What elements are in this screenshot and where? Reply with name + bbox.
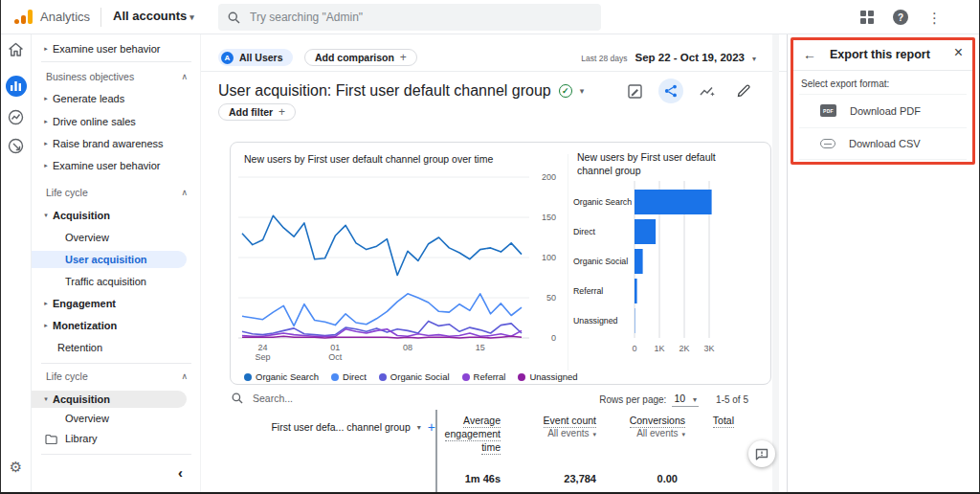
legend-item[interactable]: Organic Social [379, 371, 450, 382]
line-chart-title: New users by First user default channel … [244, 153, 560, 167]
apps-grid-icon[interactable] [860, 11, 874, 24]
legend-dot-icon [518, 373, 525, 381]
close-icon[interactable]: × [954, 44, 963, 61]
search-icon [232, 393, 243, 404]
chevron-down-icon[interactable]: ▾ [681, 431, 685, 438]
column-header-event-count[interactable]: Event count All events▾ [510, 414, 596, 440]
explore-icon[interactable] [0, 109, 32, 125]
rows-per-page-label: Rows per page: [599, 394, 666, 405]
legend-item[interactable]: Direct [331, 371, 367, 382]
export-highlight-box: ← Export this report × Select export for… [791, 37, 975, 165]
expand-arrow-icon: ▸ [39, 322, 53, 329]
chevron-down-icon: ▾ [189, 12, 194, 22]
chevron-down-icon[interactable]: ▾ [417, 423, 421, 432]
sidebar-item-user-acquisition-selected[interactable]: User acquisition [32, 251, 187, 268]
global-search[interactable] [218, 4, 601, 31]
pagination-range: 1-5 of 5 [716, 394, 748, 405]
sidebar-item-acquisition-2[interactable]: ▾ Acquisition [32, 391, 187, 408]
account-selector[interactable]: All accounts▾ [113, 9, 194, 23]
scrollbar[interactable] [772, 34, 779, 494]
add-dimension-icon[interactable]: + [428, 419, 435, 435]
home-icon[interactable] [0, 42, 32, 57]
section-life-cycle[interactable]: Life cycle ∧ [32, 185, 201, 200]
date-range-selector[interactable]: Last 28 days Sep 22 - Oct 19, 2023 ▾ [581, 52, 756, 63]
legend-item[interactable]: Organic Search [244, 371, 319, 382]
sidebar-item-engagement[interactable]: ▸Engagement [32, 295, 201, 312]
column-header-conversions[interactable]: Conversions All events▾ [599, 414, 685, 440]
back-arrow-icon[interactable]: ← [803, 47, 816, 62]
total-avg-engagement-value: 1m 46s [443, 473, 501, 484]
sidebar-item-generate-leads[interactable]: ▸Generate leads [32, 90, 201, 107]
insights-icon[interactable] [695, 79, 720, 103]
sidebar-divider [41, 61, 191, 62]
table-search[interactable] [232, 393, 358, 404]
svg-text:Sep: Sep [256, 352, 271, 362]
column-header-total[interactable]: Total [684, 414, 734, 427]
svg-text:200: 200 [542, 172, 556, 182]
add-comparison-chip[interactable]: Add comparison+ [304, 49, 417, 66]
line-chart[interactable]: 05010015020024Sep01Oct0815 [238, 171, 564, 370]
expand-arrow-icon: ▸ [39, 140, 53, 147]
expand-arrow-icon: ▸ [39, 162, 53, 169]
sidebar-item-drive-online-sales[interactable]: ▸Drive online sales [32, 113, 201, 130]
column-header-avg-engagement[interactable]: Average engagement time [443, 414, 501, 455]
feedback-button[interactable] [748, 440, 775, 467]
help-icon[interactable]: ? [893, 10, 908, 25]
collapse-icon[interactable]: ∧ [181, 371, 188, 381]
all-users-chip[interactable]: A All Users [218, 49, 293, 66]
collapse-sidebar-icon[interactable]: ‹ [178, 465, 183, 480]
legend-label: Organic Social [390, 371, 450, 382]
svg-text:01: 01 [330, 343, 340, 352]
table-column-divider [435, 410, 437, 494]
table-controls: Rows per page: 10▾ 1-5 of 5 [201, 391, 787, 414]
legend-label: Unassigned [529, 371, 577, 382]
svg-text:Organic Search: Organic Search [573, 197, 632, 207]
collapse-icon[interactable]: ∧ [181, 188, 188, 197]
global-search-input[interactable] [250, 11, 556, 24]
customize-chart-icon[interactable] [622, 79, 647, 103]
brand-label: Analytics [40, 10, 90, 24]
download-csv-option[interactable]: Download CSV [799, 127, 967, 160]
legend-item[interactable]: Referral [462, 371, 506, 382]
svg-text:0: 0 [632, 344, 636, 353]
section-life-cycle-2[interactable]: Life cycle ∧ [32, 369, 201, 384]
chevron-down-icon[interactable]: ▾ [580, 86, 585, 96]
svg-text:Oct: Oct [328, 352, 343, 362]
export-panel-title: Export this report [830, 48, 930, 61]
svg-text:Unassigned: Unassigned [573, 316, 618, 326]
sidebar-item-examine-user-behavior-2[interactable]: ▸Examine user behavior [32, 157, 201, 174]
svg-text:Organic Social: Organic Social [573, 257, 628, 266]
admin-gear-icon[interactable]: ⚙ [0, 459, 32, 476]
collapse-icon[interactable]: ∧ [181, 72, 188, 81]
legend-item[interactable]: Unassigned [518, 371, 577, 382]
data-quality-check-icon[interactable]: ✓ [559, 84, 572, 98]
advertising-icon[interactable] [0, 138, 32, 154]
sidebar-item-examine-user-behavior[interactable]: ▸ Examine user behavior [32, 40, 201, 57]
download-pdf-option[interactable]: PDF Download PDF [799, 94, 967, 126]
sidebar-item-overview-clipped[interactable]: Overview [32, 413, 201, 424]
edit-icon[interactable] [731, 79, 756, 103]
sidebar-item-library[interactable]: Library [32, 430, 201, 447]
add-filter-chip[interactable]: Add filter+ [218, 103, 296, 121]
more-menu-icon[interactable]: ⋮ [927, 11, 942, 25]
sidebar-item-retention[interactable]: Retention [32, 339, 201, 356]
sidebar-item-traffic-acquisition[interactable]: Traffic acquisition [32, 273, 201, 290]
reports-icon[interactable] [0, 76, 32, 97]
sidebar-item-overview[interactable]: Overview [32, 229, 201, 246]
chevron-down-icon[interactable]: ▾ [592, 431, 596, 438]
share-icon[interactable] [658, 79, 683, 103]
analytics-logo-icon [13, 8, 34, 27]
bar-chart[interactable]: 01K2K3KOrganic SearchDirectOrganic Socia… [573, 177, 765, 369]
svg-text:100: 100 [542, 253, 556, 262]
sidebar-item-monetization[interactable]: ▸Monetization [32, 317, 201, 334]
sidebar-item-raise-brand-awareness[interactable]: ▸Raise brand awareness [32, 135, 201, 152]
dimension-column-header[interactable]: First user defa... channel group ▾ + [230, 419, 435, 435]
svg-text:Direct: Direct [573, 227, 596, 236]
expand-arrow-icon: ▸ [39, 45, 53, 53]
svg-text:2K: 2K [679, 344, 689, 353]
table-search-input[interactable] [253, 393, 358, 404]
section-business-objectives[interactable]: Business objectives ∧ [32, 69, 201, 84]
rows-per-page-select[interactable]: 10▾ [672, 393, 699, 407]
sidebar-item-acquisition[interactable]: ▾ Acquisition [32, 207, 201, 224]
page-title: User acquisition: First user default cha… [218, 82, 584, 100]
